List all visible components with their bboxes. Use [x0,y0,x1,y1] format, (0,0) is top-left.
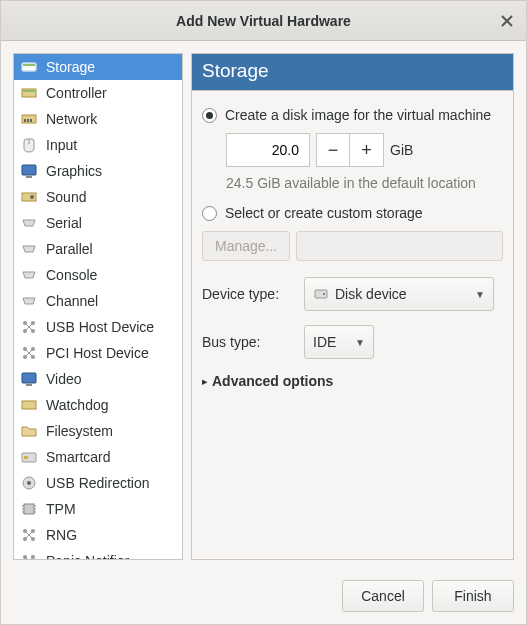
filesystem-icon [20,422,38,440]
main-panel: Storage Create a disk image for the virt… [191,53,514,560]
svg-rect-26 [24,456,28,459]
svg-rect-6 [24,119,26,122]
sidebar-item-usb-redirection[interactable]: USB Redirection [14,470,182,496]
sidebar-item-serial[interactable]: Serial [14,210,182,236]
usb-host-icon [20,318,38,336]
sidebar-item-label: Parallel [46,241,93,257]
sidebar-item-label: Panic Notifier [46,553,129,560]
sidebar-item-rng[interactable]: RNG [14,522,182,548]
svg-rect-10 [22,165,36,175]
pci-host-icon [20,344,38,362]
sidebar-item-label: Sound [46,189,86,205]
svg-rect-4 [23,90,35,92]
svg-rect-7 [27,119,29,122]
sidebar-item-filesystem[interactable]: Filesystem [14,418,182,444]
sidebar-item-pci-host[interactable]: PCI Host Device [14,340,182,366]
titlebar: Add New Virtual Hardware [1,1,526,41]
watchdog-icon [20,396,38,414]
device-type-value: Disk device [335,286,407,302]
sidebar-item-channel[interactable]: Channel [14,288,182,314]
available-space-hint: 24.5 GiB available in the default locati… [226,175,503,191]
sidebar-item-watchdog[interactable]: Watchdog [14,392,182,418]
dialog-footer: Cancel Finish [1,572,526,624]
advanced-options-label: Advanced options [212,373,333,389]
increment-button[interactable]: + [350,133,384,167]
bus-type-row: Bus type: IDE ▼ [202,325,503,359]
add-hardware-window: Add New Virtual Hardware Storage Control… [0,0,527,625]
sidebar-item-smartcard[interactable]: Smartcard [14,444,182,470]
sidebar-item-label: USB Host Device [46,319,154,335]
sidebar-item-label: Video [46,371,82,387]
radio-label: Select or create custom storage [225,205,423,221]
channel-icon [20,292,38,310]
sidebar-item-label: TPM [46,501,76,517]
decrement-button[interactable]: − [316,133,350,167]
radio-icon [202,206,217,221]
disk-size-row: − + GiB [226,133,503,167]
bus-type-value: IDE [313,334,336,350]
sidebar-item-console[interactable]: Console [14,262,182,288]
advanced-options-expander[interactable]: ▸ Advanced options [202,373,503,389]
disk-size-stepper: − + [316,133,384,167]
svg-point-45 [323,293,325,295]
radio-icon [202,108,217,123]
sidebar-item-label: Controller [46,85,107,101]
sidebar-item-parallel[interactable]: Parallel [14,236,182,262]
radio-create-disk-image[interactable]: Create a disk image for the virtual mach… [202,107,503,123]
usb-redir-icon [20,474,38,492]
storage-icon [20,58,38,76]
svg-point-28 [27,481,31,485]
bus-type-combo[interactable]: IDE ▼ [304,325,374,359]
panic-icon [20,552,38,560]
panel-body: Create a disk image for the virtual mach… [191,90,514,560]
sidebar-item-label: Input [46,137,77,153]
disk-size-input[interactable] [226,133,310,167]
hardware-category-list: Storage Controller Network Input Graphic… [13,53,183,560]
triangle-right-icon: ▸ [202,375,208,388]
sidebar-item-label: Filesystem [46,423,113,439]
svg-rect-2 [23,64,35,66]
disk-size-unit: GiB [390,142,413,158]
bus-type-label: Bus type: [202,334,294,350]
sidebar-item-label: RNG [46,527,77,543]
custom-storage-path-input [296,231,503,261]
radio-custom-storage[interactable]: Select or create custom storage [202,205,503,221]
sidebar-item-controller[interactable]: Controller [14,80,182,106]
sidebar-item-video[interactable]: Video [14,366,182,392]
sidebar-item-label: Watchdog [46,397,109,413]
cancel-button[interactable]: Cancel [342,580,424,612]
close-icon[interactable] [498,12,516,30]
sidebar-item-label: Console [46,267,97,283]
sidebar-item-input[interactable]: Input [14,132,182,158]
sidebar-item-network[interactable]: Network [14,106,182,132]
sidebar-item-label: Graphics [46,163,102,179]
svg-rect-29 [24,504,34,514]
sidebar-item-tpm[interactable]: TPM [14,496,182,522]
window-title: Add New Virtual Hardware [176,13,351,29]
svg-point-13 [30,195,34,199]
sidebar-item-label: PCI Host Device [46,345,149,361]
controller-icon [20,84,38,102]
svg-rect-11 [26,176,32,178]
network-icon [20,110,38,128]
sidebar-item-label: Storage [46,59,95,75]
sidebar-item-graphics[interactable]: Graphics [14,158,182,184]
finish-button[interactable]: Finish [432,580,514,612]
sidebar-item-usb-host[interactable]: USB Host Device [14,314,182,340]
sidebar-item-storage[interactable]: Storage [14,54,182,80]
sidebar-item-label: USB Redirection [46,475,150,491]
device-type-combo[interactable]: Disk device ▼ [304,277,494,311]
sidebar-item-sound[interactable]: Sound [14,184,182,210]
input-icon [20,136,38,154]
svg-rect-44 [315,290,327,298]
device-type-label: Device type: [202,286,294,302]
panel-title: Storage [191,53,514,90]
sound-icon [20,188,38,206]
sidebar-item-panic[interactable]: Panic Notifier [14,548,182,560]
rng-icon [20,526,38,544]
device-type-row: Device type: Disk device ▼ [202,277,503,311]
dialog-body: Storage Controller Network Input Graphic… [1,41,526,572]
sidebar-item-label: Network [46,111,97,127]
chevron-down-icon: ▼ [475,289,485,300]
svg-rect-8 [30,119,32,122]
